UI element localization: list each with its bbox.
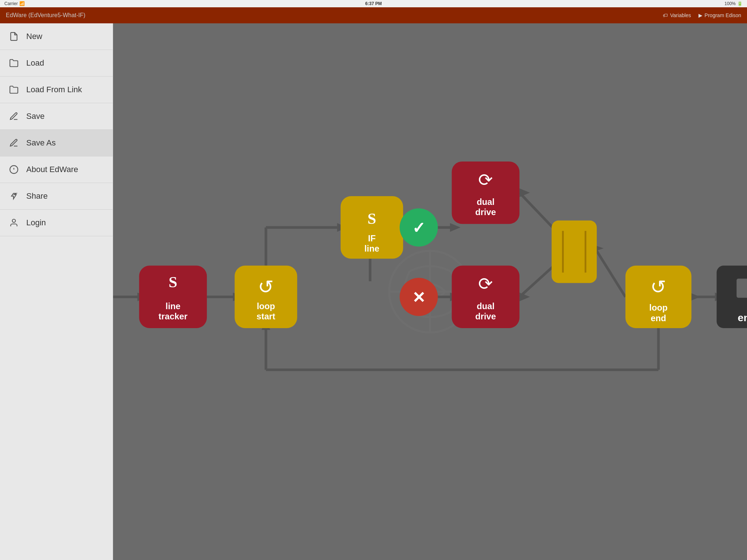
sidebar-item-about[interactable]: About EdWare [0, 156, 113, 183]
svg-text:S: S [169, 273, 177, 280]
app-title: EdWare (EdVenture5-What-IF) [6, 12, 85, 19]
status-time: 6:37 PM [365, 1, 374, 6]
svg-text:IF: IF [368, 233, 374, 243]
load-label: Load [26, 58, 44, 68]
new-icon [9, 31, 19, 42]
save-icon [9, 111, 19, 121]
sidebar-item-load[interactable]: Load [0, 50, 113, 77]
save-as-label: Save As [26, 138, 56, 148]
save-label: Save [26, 112, 44, 121]
load-from-link-icon [9, 85, 19, 95]
status-left: Carrier 📶 [4, 1, 25, 6]
share-label: Share [26, 191, 48, 201]
login-icon [9, 218, 19, 228]
status-bar: Carrier 📶 6:37 PM 100% 🔋 [0, 0, 374, 7]
main-layout: New Load Load From Link [0, 23, 374, 280]
svg-text:S: S [368, 210, 374, 227]
sidebar-item-new[interactable]: New [0, 23, 113, 50]
svg-text:↺: ↺ [258, 276, 274, 280]
sidebar-item-share[interactable]: Share [0, 183, 113, 210]
about-icon [9, 164, 19, 175]
wifi-icon: 📶 [19, 1, 25, 6]
sidebar-item-login[interactable]: Login [0, 210, 113, 236]
login-label: Login [26, 218, 46, 228]
load-from-link-label: Load From Link [26, 85, 82, 94]
svg-marker-3 [12, 193, 16, 199]
svg-text:line: line [364, 244, 374, 253]
load-icon [9, 58, 19, 68]
sidebar-item-save-as[interactable]: Save As [0, 130, 113, 156]
sidebar: New Load Load From Link [0, 23, 113, 280]
share-icon [9, 191, 19, 201]
svg-point-4 [12, 219, 16, 222]
about-label: About EdWare [26, 165, 78, 174]
carrier-label: Carrier [4, 1, 18, 6]
sidebar-item-save[interactable]: Save [0, 103, 113, 130]
sidebar-item-load-from-link[interactable]: Load From Link [0, 77, 113, 103]
app-header: EdWare (EdVenture5-What-IF) 🏷 Variables … [0, 7, 374, 23]
new-label: New [26, 32, 42, 41]
save-as-icon [9, 138, 19, 148]
canvas-area: S line tracker ↺ loop start S IF line ✓ … [113, 23, 374, 280]
flow-diagram: S line tracker ↺ loop start S IF line ✓ … [113, 23, 374, 280]
